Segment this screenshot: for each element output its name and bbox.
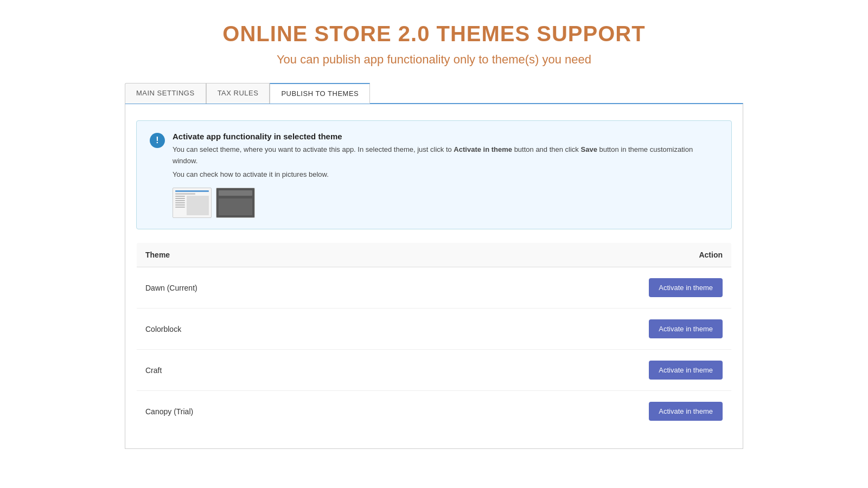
col-action-header: Action [394, 243, 732, 267]
tab-publish-to-themes[interactable]: PUBLISH TO THEMES [270, 83, 370, 104]
thumbnail-2 [216, 188, 255, 218]
theme-name: Dawn (Current) [137, 267, 394, 309]
activate-theme-button[interactable]: Activate in theme [649, 319, 723, 338]
table-header-row: Theme Action [137, 243, 732, 267]
info-description-2: You can check how to activate it in pict… [173, 169, 718, 181]
theme-action-cell: Activate in theme [394, 267, 732, 309]
table-row: Canopy (Trial)Activate in theme [137, 391, 732, 432]
page-header: ONLINE STORE 2.0 THEMES SUPPORT You can … [0, 0, 868, 83]
activate-theme-button[interactable]: Activate in theme [649, 402, 723, 421]
theme-name: Craft [137, 350, 394, 391]
tabs-container: MAIN SETTINGS TAX RULES PUBLISH TO THEME… [125, 83, 743, 104]
thumbnails [173, 188, 718, 218]
theme-name: Colorblock [137, 309, 394, 350]
page-title: ONLINE STORE 2.0 THEMES SUPPORT [11, 22, 857, 46]
tab-main-settings[interactable]: MAIN SETTINGS [125, 83, 206, 104]
activate-theme-button[interactable]: Activate in theme [649, 278, 723, 297]
theme-action-cell: Activate in theme [394, 309, 732, 350]
theme-name: Canopy (Trial) [137, 391, 394, 432]
theme-action-cell: Activate in theme [394, 350, 732, 391]
tab-content: ! Activate app functionality in selected… [125, 103, 743, 449]
table-row: CraftActivate in theme [137, 350, 732, 391]
theme-action-cell: Activate in theme [394, 391, 732, 432]
activate-theme-button[interactable]: Activate in theme [649, 361, 723, 380]
table-row: ColorblockActivate in theme [137, 309, 732, 350]
thumbnail-1 [173, 188, 212, 218]
table-row: Dawn (Current)Activate in theme [137, 267, 732, 309]
page-subtitle: You can publish app functionality only t… [11, 53, 857, 67]
info-icon: ! [150, 133, 165, 148]
tab-tax-rules[interactable]: TAX RULES [206, 83, 270, 104]
info-title: Activate app functionality in selected t… [173, 132, 718, 141]
info-content: Activate app functionality in selected t… [173, 132, 718, 218]
info-description: You can select theme, where you want to … [173, 144, 718, 167]
themes-table: Theme Action Dawn (Current)Activate in t… [136, 242, 732, 432]
info-box: ! Activate app functionality in selected… [136, 120, 732, 229]
main-container: MAIN SETTINGS TAX RULES PUBLISH TO THEME… [81, 83, 787, 449]
col-theme-header: Theme [137, 243, 394, 267]
